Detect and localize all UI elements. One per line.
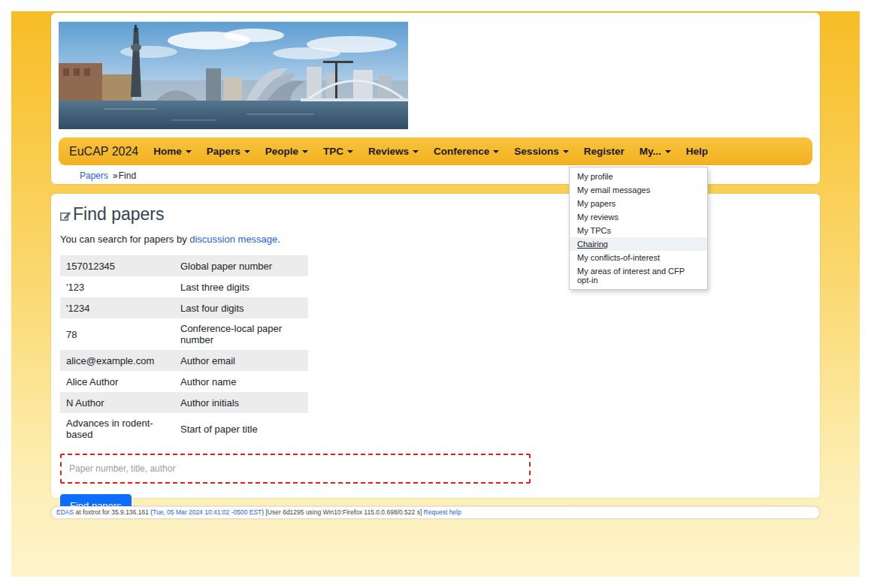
example-value: Alice Author bbox=[60, 371, 174, 392]
page-background: EuCAP 2024 Home Papers People TPC Review… bbox=[11, 11, 860, 577]
example-value: 78 bbox=[60, 318, 174, 350]
menu-item-my-papers[interactable]: My papers bbox=[570, 197, 707, 210]
nav-item-sessions[interactable]: Sessions bbox=[514, 146, 568, 157]
table-row: N AuthorAuthor initials bbox=[60, 392, 308, 413]
footer-text: ) [User 6d1295 using Win10:Firefox 115.0… bbox=[262, 508, 423, 516]
chevron-down-icon bbox=[413, 150, 419, 153]
example-description: Last four digits bbox=[174, 297, 308, 318]
header-panel: EuCAP 2024 Home Papers People TPC Review… bbox=[51, 13, 820, 184]
brand-link[interactable]: EuCAP 2024 bbox=[69, 145, 138, 158]
footer-text: at foxtrot for 35.9.136.161 ( bbox=[74, 508, 153, 516]
example-description: Last three digits bbox=[174, 276, 308, 297]
edit-icon bbox=[60, 206, 71, 226]
example-description: Author email bbox=[174, 350, 308, 371]
nav-item-conference[interactable]: Conference bbox=[434, 146, 499, 157]
nav-item-papers[interactable]: Papers bbox=[207, 146, 250, 157]
table-row: 157012345Global paper number bbox=[60, 255, 308, 276]
nav-item-my[interactable]: My... bbox=[640, 146, 671, 157]
table-row: '123Last three digits bbox=[60, 276, 308, 297]
paper-search-input[interactable] bbox=[60, 454, 531, 484]
example-value: Advances in rodent-based bbox=[60, 413, 174, 445]
chevron-down-icon bbox=[563, 150, 569, 153]
example-description: Conference-local paper number bbox=[174, 318, 308, 350]
footer-bar: EDAS at foxtrot for 35.9.136.161 (Tue, 0… bbox=[51, 506, 820, 519]
footer-timestamp-link[interactable]: Tue, 05 Mar 2024 10:41:02 -0500 EST bbox=[153, 508, 262, 516]
chevron-down-icon bbox=[347, 150, 353, 153]
table-row: Alice AuthorAuthor name bbox=[60, 371, 308, 392]
chevron-down-icon bbox=[244, 150, 250, 153]
request-help-link[interactable]: Request help bbox=[424, 508, 461, 516]
breadcrumb-current: Find bbox=[119, 170, 136, 181]
example-value: alice@example.com bbox=[60, 350, 174, 371]
example-description: Author initials bbox=[174, 392, 308, 413]
breadcrumb-separator: » bbox=[113, 170, 118, 181]
example-value: 157012345 bbox=[60, 255, 174, 276]
menu-item-my-email-messages[interactable]: My email messages bbox=[570, 183, 707, 197]
table-row: '1234Last four digits bbox=[60, 297, 308, 318]
example-description: Author name bbox=[174, 371, 308, 392]
menu-item-my-areas-of-interest[interactable]: My areas of interest and CFP opt-in bbox=[570, 264, 707, 287]
main-navbar: EuCAP 2024 Home Papers People TPC Review… bbox=[59, 137, 812, 165]
example-description: Global paper number bbox=[174, 255, 308, 276]
city-skyline-illustration bbox=[59, 22, 408, 129]
example-value: N Author bbox=[60, 392, 174, 413]
nav-item-register[interactable]: Register bbox=[584, 146, 625, 157]
nav-item-reviews[interactable]: Reviews bbox=[368, 146, 419, 157]
nav-item-home[interactable]: Home bbox=[153, 146, 192, 157]
menu-item-my-tpcs[interactable]: My TPCs bbox=[570, 224, 707, 237]
breadcrumb: Papers»Find bbox=[80, 170, 136, 181]
chevron-down-icon bbox=[186, 150, 192, 153]
example-value: '123 bbox=[60, 276, 174, 297]
table-row: Advances in rodent-basedStart of paper t… bbox=[60, 413, 308, 445]
breadcrumb-papers-link[interactable]: Papers bbox=[80, 170, 108, 181]
discussion-message-link[interactable]: discussion message bbox=[189, 234, 277, 245]
chevron-down-icon bbox=[665, 150, 671, 153]
edas-link[interactable]: EDAS bbox=[56, 508, 74, 516]
menu-item-my-conflicts-of-interest[interactable]: My conflicts-of-interest bbox=[570, 251, 707, 264]
page-title-text: Find papers bbox=[73, 204, 164, 225]
search-examples-table: 157012345Global paper number '123Last th… bbox=[60, 255, 308, 445]
menu-item-my-reviews[interactable]: My reviews bbox=[570, 210, 707, 224]
nav-item-help[interactable]: Help bbox=[686, 146, 708, 157]
table-row: 78Conference-local paper number bbox=[60, 318, 308, 350]
example-value: '1234 bbox=[60, 297, 174, 318]
example-description: Start of paper title bbox=[174, 413, 308, 445]
menu-item-chairing[interactable]: Chairing bbox=[570, 237, 707, 251]
nav-item-tpc[interactable]: TPC bbox=[323, 146, 353, 157]
chevron-down-icon bbox=[302, 150, 308, 153]
chevron-down-icon bbox=[493, 150, 499, 153]
my-dropdown-menu: My profile My email messages My papers M… bbox=[569, 167, 708, 290]
banner-image bbox=[59, 22, 408, 129]
nav-item-people[interactable]: People bbox=[265, 146, 308, 157]
menu-item-my-profile[interactable]: My profile bbox=[570, 170, 707, 183]
table-row: alice@example.comAuthor email bbox=[60, 350, 308, 371]
